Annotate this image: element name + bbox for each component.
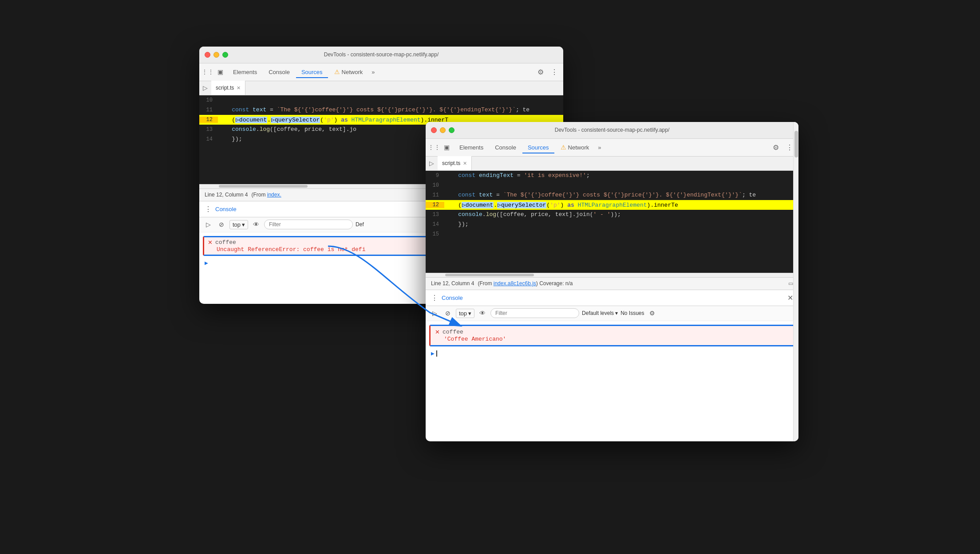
- title-bar-front: DevTools - consistent-source-map-pc.netl…: [426, 122, 798, 139]
- more-options-icon-back[interactable]: ⋮: [549, 66, 560, 78]
- filter-input-back[interactable]: [264, 220, 353, 229]
- scrollbar-thumb-front[interactable]: [794, 131, 798, 157]
- code-line-14-front: 14 });: [426, 220, 798, 229]
- file-tab-bar-front: ▷ script.ts ✕: [426, 157, 798, 171]
- close-button-back[interactable]: [205, 52, 210, 58]
- status-icon-front[interactable]: ▭: [788, 280, 793, 287]
- code-line-11-front: 11 const text = `The ${'{'}coffee{'}'} c…: [426, 190, 798, 200]
- file-tab-script-front[interactable]: script.ts ✕: [438, 156, 472, 170]
- warning-icon-front: ⚠: [561, 144, 566, 151]
- top-label-back: top: [233, 221, 241, 228]
- top-selector-front[interactable]: top ▾: [456, 309, 474, 318]
- tab-console-front[interactable]: Console: [490, 141, 522, 153]
- console-menu-icon-front[interactable]: ⋮: [431, 294, 438, 302]
- minimize-button-back[interactable]: [213, 52, 219, 58]
- code-line-10-front: 10: [426, 181, 798, 190]
- scroll-thumb-front[interactable]: [445, 274, 534, 276]
- sidebar-toggle-front[interactable]: ▷: [429, 160, 434, 167]
- file-tab-bar-back: ▷ script.ts ✕: [199, 81, 563, 95]
- window-title-front: DevTools - consistent-source-map-pc.netl…: [555, 127, 670, 133]
- file-tab-name-back: script.ts: [216, 85, 234, 91]
- top-chevron-front: ▾: [468, 310, 471, 317]
- device-icon[interactable]: ▣: [215, 67, 225, 77]
- error-var-back: coffee: [215, 239, 236, 246]
- tab-sources-back[interactable]: Sources: [296, 66, 328, 78]
- filter-input-front[interactable]: [490, 308, 579, 318]
- file-tab-close-front[interactable]: ✕: [463, 161, 467, 166]
- inspect-icon-front[interactable]: ⋮⋮: [429, 142, 439, 152]
- top-chevron-back: ▾: [242, 221, 245, 228]
- success-icon-front: ✕: [435, 329, 440, 335]
- title-bar-back: DevTools - consistent-source-map-pc.netl…: [199, 47, 563, 63]
- inspect-icon[interactable]: ⋮⋮: [203, 67, 213, 77]
- tab-bar-back: ⋮⋮ ▣ Elements Console Sources ⚠ Network …: [199, 63, 563, 81]
- minimize-button-front[interactable]: [440, 127, 446, 133]
- close-button-front[interactable]: [431, 127, 437, 133]
- maximize-button-front[interactable]: [449, 127, 454, 133]
- eye-btn-back[interactable]: 👁: [251, 219, 261, 230]
- from-text-front: (From index.a8c1ec6b.js) Coverage: n/a: [478, 280, 573, 287]
- tab-network-back[interactable]: ⚠ Network: [329, 66, 368, 78]
- more-tabs-back[interactable]: »: [369, 67, 377, 77]
- window-controls-front: [431, 127, 454, 133]
- more-tabs-front[interactable]: »: [595, 142, 604, 153]
- no-issues-front: No Issues: [620, 310, 644, 316]
- success-value-front: 'Coffee Americano': [435, 335, 789, 342]
- index-link-back[interactable]: index.: [267, 192, 281, 198]
- top-selector-back[interactable]: top ▾: [229, 220, 248, 229]
- success-var-front: coffee: [443, 329, 463, 335]
- console-menu-icon-back[interactable]: ⋮: [205, 205, 212, 213]
- code-line-13-front: 13 console.log([coffee, price, text].joi…: [426, 210, 798, 220]
- console-title-back: Console: [215, 206, 237, 212]
- tab-sources-front[interactable]: Sources: [522, 141, 554, 153]
- console-log-area-front: ✕ coffee 'Coffee Americano' ▶: [426, 321, 798, 361]
- error-icon-back: ✕: [208, 239, 213, 246]
- default-levels-front[interactable]: Default levels ▾: [582, 310, 618, 316]
- code-line-9-front: 9 const endingText = 'it is expensive!';: [426, 171, 798, 181]
- line-col-front: Line 12, Column 4: [431, 280, 474, 287]
- tab-elements-back[interactable]: Elements: [228, 66, 262, 78]
- file-tab-close-back[interactable]: ✕: [237, 85, 241, 91]
- sidebar-btn-front[interactable]: ▷: [429, 308, 440, 318]
- device-icon-front[interactable]: ▣: [442, 142, 451, 152]
- code-line-11-back: 11 const text = `The ${'{'}coffee{'}'} c…: [199, 105, 563, 115]
- from-text-back: (From index.: [251, 192, 281, 198]
- settings-icon-front[interactable]: ⚙: [771, 141, 781, 153]
- code-line-10-back: 10: [199, 95, 563, 105]
- code-area-front: 9 const endingText = 'it is expensive!';…: [426, 171, 798, 273]
- tab-elements-front[interactable]: Elements: [454, 141, 489, 153]
- index-link-front[interactable]: index.a8c1ec6b.js: [494, 280, 536, 287]
- file-tab-script-back[interactable]: script.ts ✕: [211, 81, 245, 95]
- window-title-back: DevTools - consistent-source-map-pc.netl…: [324, 51, 439, 58]
- default-levels-back: Def: [356, 221, 364, 228]
- window-controls-back: [205, 52, 228, 58]
- console-title-front: Console: [442, 295, 463, 301]
- cursor-front: [436, 350, 437, 357]
- top-label-front: top: [459, 310, 467, 317]
- line-col-back: Line 12, Column 4: [205, 192, 248, 198]
- success-entry-front: ✕ coffee: [435, 329, 789, 335]
- console-section-front: ⋮ Console ✕ ▷ ⊘ top ▾ 👁 Default levels ▾…: [426, 290, 798, 361]
- sidebar-toggle-back[interactable]: ▷: [203, 84, 208, 91]
- scroll-thumb-back[interactable]: [219, 185, 308, 188]
- code-line-12-front: 12 (▷document.▷querySelector('p') as HTM…: [426, 200, 798, 210]
- sidebar-btn-back[interactable]: ▷: [203, 219, 213, 230]
- gear-btn-front[interactable]: ⚙: [647, 308, 657, 318]
- scroll-area-front[interactable]: [426, 273, 798, 277]
- error-msg-text-back: Uncaught ReferenceError: coffee is not d…: [217, 246, 365, 253]
- console-close-front[interactable]: ✕: [787, 294, 793, 302]
- file-tab-name-front: script.ts: [442, 160, 460, 166]
- console-toolbar-front: ▷ ⊘ top ▾ 👁 Default levels ▾ No Issues ⚙: [426, 306, 798, 321]
- tab-bar-right-back: ⚙ ⋮: [536, 66, 560, 78]
- settings-icon-back[interactable]: ⚙: [536, 66, 545, 78]
- tab-console-back[interactable]: Console: [263, 66, 295, 78]
- tab-network-front[interactable]: ⚠ Network: [555, 141, 595, 153]
- code-line-15-front: 15: [426, 229, 798, 239]
- window-scrollbar-front[interactable]: [793, 122, 798, 441]
- console-header-front: ⋮ Console ✕: [426, 290, 798, 306]
- clear-btn-front[interactable]: ⊘: [443, 308, 453, 318]
- eye-btn-front[interactable]: 👁: [477, 308, 488, 318]
- maximize-button-back[interactable]: [222, 52, 228, 58]
- clear-btn-back[interactable]: ⊘: [216, 219, 227, 230]
- devtools-window-front: DevTools - consistent-source-map-pc.netl…: [426, 122, 798, 441]
